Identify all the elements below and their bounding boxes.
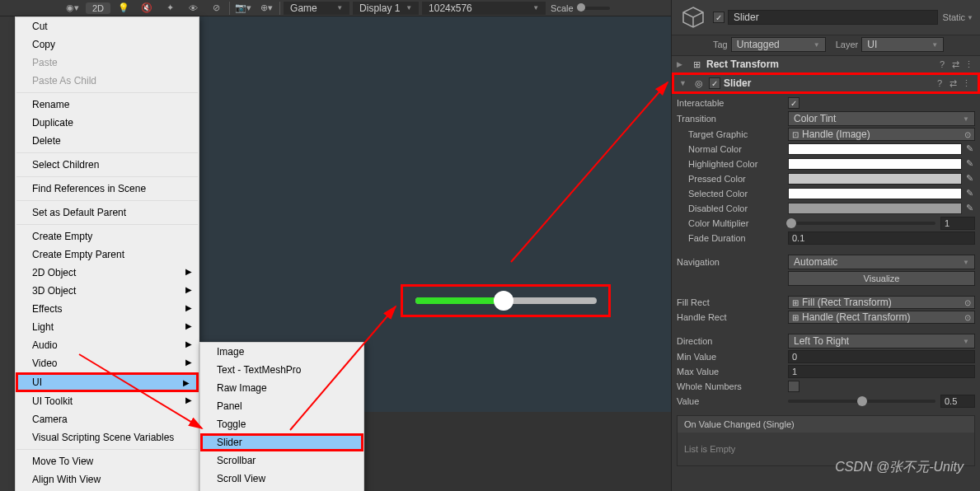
- menu-paste-as-child: Paste As Child: [16, 72, 199, 90]
- gameobject-name-input[interactable]: [728, 10, 938, 25]
- layer-label: Layer: [836, 40, 859, 49]
- interactable-checkbox[interactable]: [788, 97, 799, 109]
- help-icon[interactable]: ?: [935, 59, 949, 69]
- ui-submenu: Image Text - TextMeshPro Raw Image Panel…: [199, 342, 364, 491]
- pressed-color-label: Pressed Color: [688, 174, 788, 184]
- slider-preview[interactable]: [401, 284, 611, 317]
- fold-icon[interactable]: ▶: [677, 60, 687, 68]
- preset-icon[interactable]: ⇄: [946, 78, 959, 89]
- whole-numbers-checkbox[interactable]: [788, 381, 799, 392]
- submenu-image[interactable]: Image: [200, 343, 363, 361]
- rect-transform-icon: ⊞: [690, 58, 703, 71]
- gameobject-cube-icon: [678, 2, 708, 32]
- visibility-icon[interactable]: 👁: [181, 1, 204, 16]
- visualize-button[interactable]: Visualize: [788, 271, 975, 286]
- submenu-raw-image[interactable]: Raw Image: [200, 379, 363, 397]
- menu-ui[interactable]: UI▶: [16, 372, 199, 392]
- slider-handle[interactable]: [494, 291, 513, 311]
- submenu-scroll-view[interactable]: Scroll View: [200, 470, 363, 488]
- submenu-panel[interactable]: Panel: [200, 397, 363, 415]
- resolution-dropdown[interactable]: 1024x576▼: [422, 2, 546, 15]
- fade-duration-input[interactable]: [788, 231, 975, 245]
- menu-copy[interactable]: Copy: [16, 35, 199, 54]
- lighting-icon[interactable]: 💡: [112, 1, 135, 16]
- layer-dropdown[interactable]: UI▼: [861, 37, 944, 52]
- value-slider[interactable]: [788, 400, 935, 403]
- static-dropdown-icon[interactable]: ▼: [967, 14, 973, 21]
- handle-rect-field[interactable]: ⊞Handle (Rect Transform)⊙: [788, 311, 975, 324]
- fx-icon[interactable]: ✦: [158, 1, 181, 16]
- menu-move-to-view[interactable]: Move To View: [16, 452, 199, 470]
- submenu-scrollbar[interactable]: Scrollbar: [200, 451, 363, 470]
- max-value-input[interactable]: [788, 365, 975, 378]
- menu-rename[interactable]: Rename: [16, 96, 199, 114]
- selected-color-swatch[interactable]: [788, 188, 962, 199]
- menu-cut[interactable]: Cut: [16, 17, 199, 35]
- max-value-label: Max Value: [677, 367, 788, 376]
- tag-dropdown[interactable]: Untagged▼: [731, 37, 826, 52]
- eyedropper-icon[interactable]: ✎: [964, 173, 975, 185]
- menu-3d-object[interactable]: 3D Object▶: [16, 282, 199, 300]
- preset-icon[interactable]: ⇄: [949, 59, 962, 70]
- shading-mode-icon[interactable]: ◉▾: [61, 1, 84, 16]
- eyedropper-icon[interactable]: ✎: [964, 158, 975, 170]
- eyedropper-icon[interactable]: ✎: [964, 188, 975, 199]
- 2d-toggle[interactable]: 2D: [86, 2, 110, 14]
- fold-icon[interactable]: ▼: [679, 79, 689, 87]
- highlighted-color-swatch[interactable]: [788, 158, 962, 170]
- slider-title: Slider: [724, 77, 933, 89]
- color-multiplier-slider[interactable]: [788, 222, 935, 225]
- scale-slider[interactable]: [577, 7, 610, 10]
- component-enabled-checkbox[interactable]: [709, 77, 720, 89]
- color-multiplier-label: Color Multiplier: [688, 218, 788, 228]
- menu-video[interactable]: Video▶: [16, 354, 199, 372]
- menu-set-default-parent[interactable]: Set as Default Parent: [16, 203, 199, 222]
- more-icon[interactable]: ⋮: [962, 59, 975, 70]
- menu-delete[interactable]: Delete: [16, 132, 199, 150]
- pressed-color-swatch[interactable]: [788, 173, 962, 185]
- submenu-button-tmp[interactable]: Button - TextMeshPro: [200, 488, 363, 491]
- eyedropper-icon[interactable]: ✎: [964, 203, 975, 214]
- view-tab-dropdown[interactable]: Game▼: [284, 2, 349, 15]
- menu-camera[interactable]: Camera: [16, 410, 199, 428]
- target-graphic-field[interactable]: ⊡Handle (Image)⊙: [788, 128, 975, 141]
- visibility-off-icon[interactable]: ⊘: [204, 1, 227, 16]
- menu-duplicate[interactable]: Duplicate: [16, 114, 199, 132]
- menu-create-empty[interactable]: Create Empty: [16, 227, 199, 246]
- menu-create-empty-parent[interactable]: Create Empty Parent: [16, 246, 199, 264]
- transition-dropdown[interactable]: Color Tint▼: [788, 111, 975, 126]
- help-icon[interactable]: ?: [933, 78, 946, 88]
- menu-2d-object[interactable]: 2D Object▶: [16, 264, 199, 282]
- interactable-label: Interactable: [677, 98, 788, 108]
- submenu-slider[interactable]: Slider: [200, 433, 363, 451]
- disabled-color-swatch[interactable]: [788, 203, 962, 214]
- handle-rect-label: Handle Rect: [677, 312, 788, 322]
- menu-effects[interactable]: Effects▶: [16, 300, 199, 318]
- menu-visual-scripting[interactable]: Visual Scripting Scene Variables: [16, 428, 199, 447]
- fill-rect-field[interactable]: ⊞Fill (Rect Transform)⊙: [788, 296, 975, 309]
- value-input[interactable]: [940, 395, 975, 408]
- slider-track: [415, 297, 597, 304]
- navigation-dropdown[interactable]: Automatic▼: [788, 255, 975, 269]
- menu-audio[interactable]: Audio▶: [16, 336, 199, 354]
- slider-component: ▼ ◎ Slider ? ⇄ ⋮: [672, 72, 980, 94]
- menu-ui-toolkit[interactable]: UI Toolkit▶: [16, 392, 199, 410]
- menu-select-children[interactable]: Select Children: [16, 156, 199, 174]
- menu-align-with-view[interactable]: Align With View: [16, 470, 199, 489]
- more-icon[interactable]: ⋮: [959, 78, 973, 89]
- menu-find-refs[interactable]: Find References in Scene: [16, 180, 199, 198]
- gizmo-icon[interactable]: ⊕▾: [255, 1, 278, 16]
- display-dropdown[interactable]: Display 1▼: [353, 2, 419, 15]
- audio-icon[interactable]: 🔇: [135, 1, 158, 16]
- submenu-toggle[interactable]: Toggle: [200, 415, 363, 433]
- highlighted-color-label: Highlighted Color: [688, 159, 788, 169]
- camera-icon[interactable]: 📷▾: [232, 1, 255, 16]
- direction-dropdown[interactable]: Left To Right▼: [788, 334, 975, 348]
- color-multiplier-input[interactable]: [940, 217, 975, 230]
- submenu-text-tmp[interactable]: Text - TextMeshPro: [200, 361, 363, 379]
- gameobject-active-checkbox[interactable]: [713, 12, 724, 23]
- min-value-input[interactable]: [788, 350, 975, 363]
- normal-color-swatch[interactable]: [788, 143, 962, 155]
- eyedropper-icon[interactable]: ✎: [964, 143, 975, 155]
- menu-light[interactable]: Light▶: [16, 318, 199, 336]
